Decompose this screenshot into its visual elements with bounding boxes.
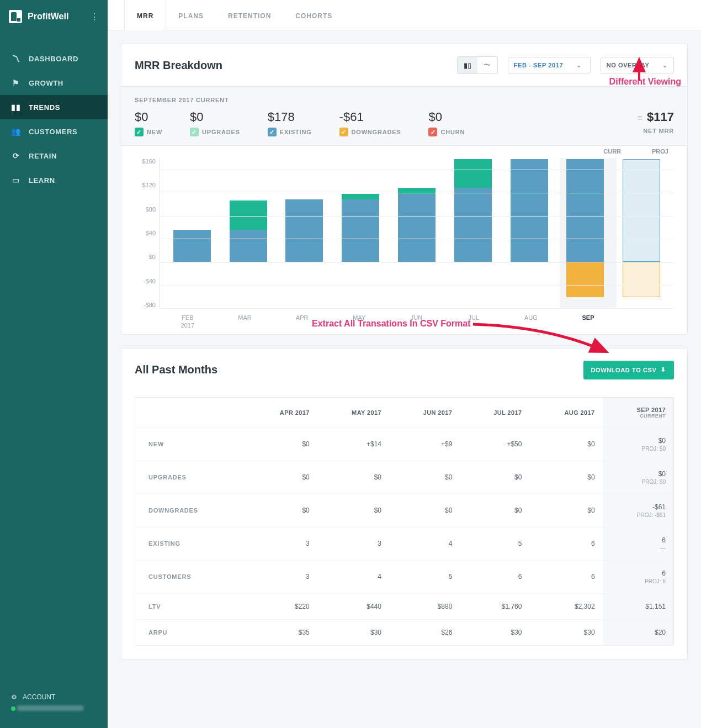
table-header-blank [135,397,246,428]
brand-name: ProfitWell [28,12,68,22]
chart-bar[interactable] [277,158,333,308]
sidebar-item-customers[interactable]: 👥 CUSTOMERS [0,119,108,144]
table-header-row: APR 2017MAY 2017JUN 2017JUL 2017AUG 2017… [135,397,674,428]
stat-value: $0 [190,110,240,124]
table-cell: 4 [389,527,460,560]
chart-bar[interactable] [557,158,613,308]
x-tick: JUN [388,308,445,330]
chart-bar[interactable] [220,158,277,308]
chart-bar[interactable] [501,158,557,308]
checkbox-upgrades[interactable] [190,128,199,136]
card-title: MRR Breakdown [135,59,222,72]
table-cell: 5 [389,560,460,593]
tab-cohorts[interactable]: COHORTS [283,0,344,30]
table-cell-current: $20 [603,619,674,645]
download-icon: ⬇ [661,366,666,373]
chart-bar[interactable] [332,158,389,308]
y-tick: $0 [135,254,156,260]
download-csv-button[interactable]: DOWNLOAD TO CSV ⬇ [583,361,674,379]
row-label: ARPU [135,619,246,645]
checkbox-churn[interactable] [428,128,437,136]
row-label: CUSTOMERS [135,560,246,593]
checkbox-new[interactable] [135,128,144,136]
overlay-value: NO OVERLAY [607,62,650,68]
y-axis: $160$120$80$40$0-$40-$80 [135,158,159,308]
row-label: UPGRADES [135,461,246,494]
date-range-value: FEB - SEP 2017 [514,62,564,68]
table-cell: $0 [317,461,389,494]
sidebar-item-trends[interactable]: ▮▮ TRENDS [0,95,108,119]
table-cell: $0 [529,428,602,461]
sidebar-item-dashboard[interactable]: 〽 DASHBOARD [0,46,108,71]
plot-area [159,158,674,308]
stat-value: $178 [268,110,312,124]
mrr-breakdown-card: MRR Breakdown ▮▯ 〜 FEB - SEP 2017 ⌄ NO O… [121,44,688,335]
brand: ProfitWell ⋮ [0,0,108,33]
card-header: All Past Months DOWNLOAD TO CSV ⬇ [121,349,687,392]
overlay-dropdown[interactable]: NO OVERLAY ⌄ [601,57,674,73]
tab-plans[interactable]: PLANS [166,0,216,30]
table-cell: $0 [460,494,529,527]
y-tick: $80 [135,206,156,213]
stat-churn: $0 CHURN [428,110,465,136]
row-label: DOWNGRADES [135,494,246,527]
y-tick: $160 [135,158,156,165]
row-label: EXISTING [135,527,246,560]
table-row: LTV$220$440$880$1,760$2,302$1,151 [135,593,674,619]
y-tick: -$40 [135,278,156,284]
stat-value: $0 [135,110,162,124]
table-cell-current: -$61PROJ: -$61 [603,494,674,527]
table-header: SEP 2017CURRENT [603,397,674,428]
table-cell: +$14 [317,428,389,461]
table-cell: $0 [460,461,529,494]
table-header: JUL 2017 [460,397,529,428]
chart-type-line-button[interactable]: 〜 [477,57,497,73]
net-value: $117 [647,110,674,124]
sidebar-item-label: CUSTOMERS [29,128,77,136]
chart-type-bar-button[interactable]: ▮▯ [458,57,477,73]
account-label: ACCOUNT [23,693,55,701]
bar-chart-icon: ▮▮ [11,103,21,112]
table-header: JUN 2017 [389,397,460,428]
past-months-card: All Past Months DOWNLOAD TO CSV ⬇ APR 20… [121,348,688,660]
checkbox-downgrades[interactable] [339,128,348,136]
table-cell: $0 [529,461,602,494]
stat-net: =$117 NET MRR [638,110,674,134]
card-header: MRR Breakdown ▮▯ 〜 FEB - SEP 2017 ⌄ NO O… [121,44,687,86]
chevron-down-icon: ⌄ [662,62,668,69]
refresh-icon: ⟳ [11,151,21,160]
table-cell: +$50 [460,428,529,461]
chart-bar[interactable] [164,158,220,308]
sidebar-item-account[interactable]: ⚙ ACCOUNT [11,693,97,701]
chart-bar[interactable] [445,158,501,308]
checkbox-existing[interactable] [268,128,277,136]
table-cell: $30 [317,619,389,645]
table-cell-current: $0PROJ: $0 [603,428,674,461]
sidebar-item-learn[interactable]: ▭ LEARN [0,168,108,192]
sidebar-item-retain[interactable]: ⟳ RETAIN [0,144,108,168]
tab-retention[interactable]: RETENTION [216,0,283,30]
sidebar-item-label: DASHBOARD [29,55,78,63]
gear-icon: ⚙ [11,693,17,701]
csv-label: DOWNLOAD TO CSV [591,367,657,373]
tab-mrr[interactable]: MRR [124,0,166,30]
sidebar-item-growth[interactable]: ⚑ GROWTH [0,71,108,95]
table-cell: 3 [246,527,317,560]
chart-bar[interactable] [389,158,445,308]
bar-chart-icon: ▮▯ [464,61,471,70]
table-cell: $440 [317,593,389,619]
chart-bar[interactable] [613,158,670,308]
table-cell: 6 [460,560,529,593]
equals-icon: = [638,113,642,123]
table-cell: $0 [389,494,460,527]
main: MRR PLANS RETENTION COHORTS Different Vi… [108,0,701,728]
x-tick: FEB2017 [159,308,216,330]
table-cell: $220 [246,593,317,619]
stat-value: -$61 [339,110,401,124]
proj-label: PROJ [652,148,668,155]
brand-menu-icon[interactable]: ⋮ [90,12,99,22]
date-range-dropdown[interactable]: FEB - SEP 2017 ⌄ [508,57,591,73]
chart: CURR PROJ $160$120$80$40$0-$40-$80 FEB20… [121,146,687,334]
y-tick: $120 [135,182,156,188]
table-body: NEW$0+$14+$9+$50$0$0PROJ: $0UPGRADES$0$0… [135,428,674,645]
